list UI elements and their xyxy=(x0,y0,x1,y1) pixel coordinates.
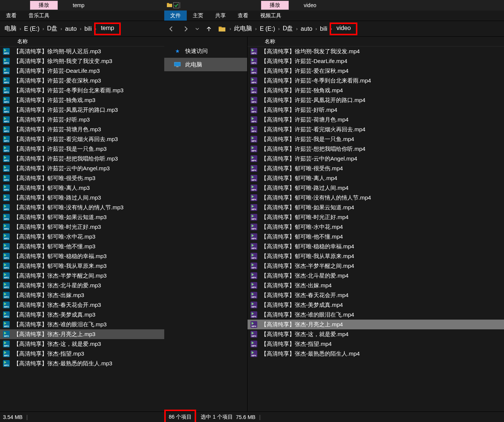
play-contextual-tab[interactable]: 播放 xyxy=(261,1,289,10)
file-row[interactable]: MP4【高清纯享】许茹芸-好听.mp4 xyxy=(248,105,504,115)
file-row[interactable]: MP3【高清纯享】徐均朔-我变了我没变.mp3 xyxy=(0,56,164,66)
crumb[interactable]: auto xyxy=(298,26,315,32)
file-row[interactable]: MP3【高清纯享】张杰-美梦成真.mp3 xyxy=(0,310,164,320)
tab-file[interactable]: 文件 xyxy=(164,11,187,21)
file-row[interactable]: MP4【高清纯享】张杰-最熟悉的陌生人.mp4 xyxy=(248,349,504,359)
crumb[interactable]: bili xyxy=(317,26,330,32)
file-row[interactable]: MP4【高清纯享】郁可唯-他不懂.mp4 xyxy=(248,232,504,242)
file-row[interactable]: MP3【高清纯享】张杰-最熟悉的陌生人.mp3 xyxy=(0,359,164,368)
file-row[interactable]: MP4【高清纯享】郁可唯-很受伤.mp4 xyxy=(248,164,504,173)
tab-view[interactable]: 查看 xyxy=(0,11,22,21)
file-row[interactable]: MP4【高清纯享】许茹芸-冬季到台北来看雨.mp4 xyxy=(248,76,504,86)
file-list-right[interactable]: MP4【高清纯享】徐均朔-我发了我没发.mp4MP4【高清纯享】许茹芸-Dear… xyxy=(248,47,504,411)
crumb[interactable]: E (E:) xyxy=(257,26,278,32)
tab-view[interactable]: 查看 xyxy=(232,11,254,21)
tab-home[interactable]: 主页 xyxy=(187,11,209,21)
file-row[interactable]: MP3【高清纯享】郁可唯-水中花.mp3 xyxy=(0,232,164,242)
file-row[interactable]: MP3【高清纯享】郁可唯-很受伤.mp3 xyxy=(0,173,164,183)
file-row[interactable]: MP3【高清纯享】许茹芸-DearLife.mp3 xyxy=(0,66,164,76)
file-row[interactable]: MP4【高清纯享】张杰-谁的眼泪在飞.mp4 xyxy=(248,310,504,320)
file-row[interactable]: MP4【高清纯享】许茹芸-我是一只鱼.mp4 xyxy=(248,134,504,144)
play-contextual-tab[interactable]: 播放 xyxy=(30,1,58,10)
file-row[interactable]: MP3【高清纯享】许茹芸-看完烟火再回去.mp3 xyxy=(0,134,164,144)
file-row[interactable]: MP3【高清纯享】张杰-谁的眼泪在飞.mp3 xyxy=(0,320,164,329)
file-row[interactable]: MP3【高清纯享】郁可唯-我从草原来.mp3 xyxy=(0,261,164,271)
file-row[interactable]: MP3【高清纯享】徐均朔-明人迟后.mp3 xyxy=(0,47,164,56)
file-row[interactable]: MP3【高清纯享】许茹芸-荷塘月色.mp3 xyxy=(0,125,164,134)
crumb[interactable]: D盘 xyxy=(44,25,61,33)
file-row[interactable]: MP4【高清纯享】许茹芸-想把我唱给你听.mp4 xyxy=(248,144,504,154)
column-header-name[interactable]: 名称 xyxy=(248,37,504,47)
file-row[interactable]: MP3【高清纯享】许茹芸-冬季到台北来看雨.mp3 xyxy=(0,86,164,95)
crumb-current-highlighted[interactable]: temp xyxy=(94,23,121,35)
file-row[interactable]: MP3【高清纯享】郁可唯-没有情人的情人节.mp3 xyxy=(0,203,164,212)
file-row[interactable]: MP4【高清纯享】许茹芸-云中的Angel.mp4 xyxy=(248,154,504,164)
crumb[interactable]: auto xyxy=(62,26,80,32)
file-row[interactable]: MP3【高清纯享】郁可唯-路过人间.mp3 xyxy=(0,193,164,203)
file-row[interactable]: MP3【高清纯享】许茹芸-想把我唱给你听.mp3 xyxy=(0,154,164,164)
file-row[interactable]: MP4【高清纯享】许茹芸-爱在深秋.mp4 xyxy=(248,66,504,76)
file-row[interactable]: MP3【高清纯享】郁可唯-如果云知道.mp3 xyxy=(0,212,164,222)
file-row[interactable]: MP4【高清纯享】许茹芸-独角戏.mp4 xyxy=(248,86,504,95)
nav-quick-access[interactable]: ★ 快速访问 xyxy=(164,44,247,58)
file-row[interactable]: MP3【高清纯享】许茹芸-我是一只鱼.mp3 xyxy=(0,144,164,154)
tab-share[interactable]: 共享 xyxy=(209,11,232,21)
breadcrumb-left[interactable]: 电脑 › E (E:) › D盘 › auto › bili › temp xyxy=(2,23,121,35)
file-row[interactable]: MP4【高清纯享】张杰-指望.mp4 xyxy=(248,339,504,349)
file-row[interactable]: MP3【高清纯享】张杰-半梦半醒之间.mp3 xyxy=(0,271,164,281)
file-row[interactable]: MP3【高清纯享】许茹芸-云中的Angel.mp3 xyxy=(0,164,164,173)
file-row[interactable]: MP4【高清纯享】张杰-出嫁.mp4 xyxy=(248,281,504,290)
crumb[interactable]: 电脑 xyxy=(2,25,20,33)
file-row[interactable]: MP4【高清纯享】郁可唯-我从草原来.mp4 xyxy=(248,251,504,261)
nav-this-pc[interactable]: 此电脑 xyxy=(164,58,247,71)
file-row[interactable]: MP4【高清纯享】徐均朔-我发了我没发.mp4 xyxy=(248,47,504,56)
crumb[interactable]: 此电脑 xyxy=(231,25,255,33)
file-row[interactable]: MP3【高清纯享】张杰-指望.mp3 xyxy=(0,349,164,359)
file-row[interactable]: MP3【高清纯享】张杰-这，就是爱.mp3 xyxy=(0,339,164,349)
file-row[interactable]: MP3【高清纯享】张杰-月亮之上.mp3 xyxy=(0,329,164,339)
tab-music-tools[interactable]: 音乐工具 xyxy=(22,11,56,21)
file-row[interactable]: MP4【高清纯享】郁可唯-路过人间.mp4 xyxy=(248,183,504,193)
file-row[interactable]: MP4【高清纯享】张杰-北斗星的爱.mp4 xyxy=(248,271,504,281)
file-row[interactable]: MP3【高清纯享】许茹芸-凤凰花开的路口.mp3 xyxy=(0,105,164,115)
file-row[interactable]: MP4【高清纯享】许茹芸-荷塘月色.mp4 xyxy=(248,115,504,125)
file-row[interactable]: MP3【高清纯享】郁可唯-他不懂.mp3 xyxy=(0,242,164,251)
crumb[interactable]: D盘 xyxy=(280,25,296,33)
breadcrumb-right[interactable]: › 此电脑 › E (E:) › D盘 › auto › bili › vide… xyxy=(230,23,357,35)
nav-up-button[interactable] xyxy=(203,23,214,35)
file-row[interactable]: MP3【高清纯享】许茹芸-独角戏.mp3 xyxy=(0,95,164,105)
nav-back-button[interactable] xyxy=(166,23,177,35)
file-row[interactable]: MP4【高清纯享】张杰-这，就是爱.mp4 xyxy=(248,329,504,339)
file-row[interactable]: MP3【高清纯享】张杰-春天花会开.mp3 xyxy=(0,300,164,310)
file-row[interactable]: MP4【高清纯享】许茹芸-凤凰花开的路口.mp4 xyxy=(248,95,504,105)
file-list-left[interactable]: MP3【高清纯享】徐均朔-明人迟后.mp3MP3【高清纯享】徐均朔-我变了我没变… xyxy=(0,47,164,411)
file-row[interactable]: MP4【高清纯享】许茹芸-DearLife.mp4 xyxy=(248,56,504,66)
file-row[interactable]: MP4【高清纯享】许茹芸-看完烟火再回去.mp4 xyxy=(248,125,504,134)
tab-video-tools[interactable]: 视频工具 xyxy=(254,11,287,21)
crumb[interactable]: E (E:) xyxy=(21,26,42,32)
file-row[interactable]: MP3【高清纯享】郁可唯-时光正好.mp3 xyxy=(0,222,164,232)
navigation-tree[interactable]: ★ 快速访问 此电脑 xyxy=(164,37,248,411)
nav-forward-button[interactable] xyxy=(180,23,191,35)
file-row[interactable]: MP3【高清纯享】许茹芸-好听.mp3 xyxy=(0,115,164,125)
file-row[interactable]: MP3【高清纯享】郁可唯-离人.mp3 xyxy=(0,183,164,193)
nav-recent-dropdown[interactable] xyxy=(194,23,200,35)
file-row[interactable]: MP4【高清纯享】张杰-月亮之上.mp4 xyxy=(248,320,504,329)
file-row[interactable]: MP4【高清纯享】郁可唯-时光正好.mp4 xyxy=(248,212,504,222)
crumb[interactable]: bili xyxy=(81,26,95,32)
file-row[interactable]: MP4【高清纯享】张杰-美梦成真.mp4 xyxy=(248,300,504,310)
file-row[interactable]: MP3【高清纯享】张杰-出嫁.mp3 xyxy=(0,290,164,300)
file-row[interactable]: MP4【高清纯享】郁可唯-如果云知道.mp4 xyxy=(248,203,504,212)
file-row[interactable]: MP4【高清纯享】郁可唯-离人.mp4 xyxy=(248,173,504,183)
file-row[interactable]: MP4【高清纯享】张杰-半梦半醒之间.mp4 xyxy=(248,261,504,271)
file-row[interactable]: MP4【高清纯享】张杰-春天花会开.mp4 xyxy=(248,290,504,300)
file-row[interactable]: MP4【高清纯享】郁可唯-稳稳的幸福.mp4 xyxy=(248,242,504,251)
column-header-name[interactable]: 名称 xyxy=(0,37,164,47)
file-row[interactable]: MP4【高清纯享】郁可唯-没有情人的情人节.mp4 xyxy=(248,193,504,203)
file-row[interactable]: MP3【高清纯享】许茹芸-爱在深秋.mp3 xyxy=(0,76,164,86)
file-row[interactable]: MP4【高清纯享】郁可唯-水中花.mp4 xyxy=(248,222,504,232)
crumb-current-highlighted[interactable]: video xyxy=(330,23,357,35)
file-row[interactable]: MP3【高清纯享】张杰-北斗星的爱.mp3 xyxy=(0,281,164,290)
file-name: 【高清纯享】郁可唯-离人.mp3 xyxy=(14,185,90,192)
file-row[interactable]: MP3【高清纯享】郁可唯-稳稳的幸福.mp3 xyxy=(0,251,164,261)
